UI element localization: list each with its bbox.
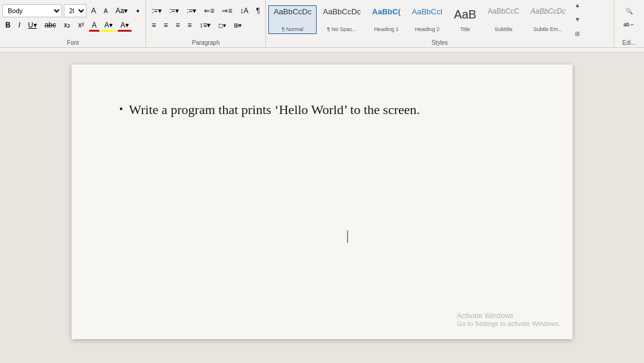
styles-scroll-arrows: ▲ ▼ ⊞	[572, 2, 582, 36]
document-page[interactable]: • Write a program that prints ‘Hello Wor…	[72, 64, 572, 339]
ribbon: Body Calibri Arial 20 12 14 16 18 24 A A…	[0, 0, 644, 53]
italic-button[interactable]: I	[16, 19, 23, 32]
style-heading1-label: Heading 1	[374, 26, 398, 32]
bullet-dot: •	[119, 101, 123, 118]
sort-button[interactable]: ↕A	[237, 4, 251, 17]
activate-windows-watermark: Activate Windows Go to Settings to activ…	[457, 312, 561, 327]
align-right-button[interactable]: ≡	[172, 19, 182, 32]
style-subtitle[interactable]: AaBbCcC Subtitle	[482, 5, 525, 34]
ribbon-sections: Body Calibri Arial 20 12 14 16 18 24 A A…	[0, 0, 644, 47]
style-no-spacing-label: ¶ No Spac...	[327, 26, 357, 32]
superscript-button[interactable]: x²	[75, 19, 87, 32]
font-row2: B I U▾ abc x₂ x² A A▾ A▾	[2, 17, 143, 32]
styles-list: AaBbCcDc ¶ Normal AaBbCcDc ¶ No Spac... …	[268, 2, 611, 36]
style-title[interactable]: AaB Title	[448, 5, 482, 34]
font-color-button[interactable]: A	[89, 19, 100, 32]
style-title-label: Title	[460, 26, 470, 32]
style-title-preview: AaB	[454, 7, 476, 21]
strikethrough-button[interactable]: abc	[42, 19, 59, 32]
font-row1: Body Calibri Arial 20 12 14 16 18 24 A A…	[2, 2, 143, 17]
grow-font-button[interactable]: A	[88, 4, 99, 17]
para-row1: :=▾ :=▾ :=▾ ⇐≡ ⇒≡ ↕A ¶	[148, 2, 263, 17]
shading-button[interactable]: ◻▾	[215, 19, 229, 32]
align-left-button[interactable]: ≡	[148, 19, 159, 32]
style-subtitle-label: Subtitle	[494, 26, 512, 32]
style-subtle-em-preview: AaBbCcDc	[531, 7, 566, 16]
numbering-button[interactable]: :=▾	[166, 4, 182, 17]
style-heading2-label: Heading 2	[415, 26, 439, 32]
ribbon-bottom-bar	[0, 47, 644, 52]
style-heading2-preview: AaBbCcI	[412, 7, 442, 17]
style-subtle-em-label: Subtle Em...	[534, 26, 563, 32]
para-row2: ≡ ≡ ≡ ≡ ↕≡▾ ◻▾ ⊞▾	[148, 17, 263, 32]
styles-more[interactable]: ⊞	[572, 27, 582, 37]
font-size-select[interactable]: 20 12 14 16 18 24	[64, 4, 86, 17]
document-area[interactable]: • Write a program that prints ‘Hello Wor…	[0, 53, 644, 363]
style-normal[interactable]: AaBbCcDc ¶ Normal	[268, 5, 317, 34]
bullet-text: Write a program that prints ‘Hello World…	[129, 100, 420, 119]
bullet-item: • Write a program that prints ‘Hello Wor…	[119, 100, 525, 119]
editing-group-label: Edi...	[623, 39, 636, 46]
increase-indent-button[interactable]: ⇒≡	[219, 4, 235, 17]
styles-group-label: Styles	[432, 39, 448, 46]
activate-windows-title: Activate Windows	[457, 312, 561, 320]
font-family-select[interactable]: Body Calibri Arial	[2, 4, 62, 17]
style-normal-preview: AaBbCcDc	[274, 7, 312, 17]
font-group: Body Calibri Arial 20 12 14 16 18 24 A A…	[0, 0, 146, 47]
line-spacing-button[interactable]: ↕≡▾	[196, 19, 213, 32]
show-paragraph-button[interactable]: ¶	[253, 4, 262, 17]
highlight-button[interactable]: A▾	[101, 19, 116, 32]
decrease-indent-button[interactable]: ⇐≡	[201, 4, 217, 17]
activate-windows-subtitle: Go to Settings to activate Windows.	[457, 320, 561, 327]
style-subtitle-preview: AaBbCcC	[488, 7, 519, 16]
style-heading1-preview: AaBbC(	[372, 7, 401, 17]
page-content: • Write a program that prints ‘Hello Wor…	[119, 100, 525, 119]
editing-group: 🔍 ab↔ Edi...	[614, 0, 644, 47]
bold-button[interactable]: B	[2, 19, 14, 32]
multilevel-list-button[interactable]: :=▾	[184, 4, 199, 17]
styles-scroll-up[interactable]: ▲	[572, 2, 582, 12]
style-heading1[interactable]: AaBbC( Heading 1	[367, 5, 406, 34]
styles-group: AaBbCcDc ¶ Normal AaBbCcDc ¶ No Spac... …	[266, 0, 614, 47]
align-center-button[interactable]: ≡	[160, 19, 171, 32]
underline-button[interactable]: U▾	[25, 19, 40, 32]
bullets-button[interactable]: :=▾	[148, 4, 164, 17]
clear-formatting-button[interactable]: ✦	[132, 4, 143, 17]
shrink-font-button[interactable]: A	[101, 4, 111, 17]
subscript-button[interactable]: x₂	[61, 19, 73, 32]
font-color-picker-button[interactable]: A▾	[117, 19, 132, 32]
style-no-spacing-preview: AaBbCcDc	[323, 7, 361, 17]
style-normal-label: ¶ Normal	[282, 26, 304, 32]
editing-row1: 🔍 ab↔	[617, 2, 642, 31]
change-case-button[interactable]: Aa▾	[113, 4, 131, 17]
text-cursor: |	[346, 228, 349, 244]
paragraph-group-label: Paragraph	[192, 39, 220, 46]
find-button[interactable]: 🔍	[623, 4, 636, 17]
paragraph-group: :=▾ :=▾ :=▾ ⇐≡ ⇒≡ ↕A ¶ ≡ ≡ ≡ ≡ ↕≡▾ ◻▾ ⊞▾…	[146, 0, 266, 47]
styles-scroll-down[interactable]: ▼	[572, 13, 582, 26]
style-heading2[interactable]: AaBbCcI Heading 2	[407, 5, 448, 34]
style-subtle-em[interactable]: AaBbCcDc Subtle Em...	[525, 5, 571, 34]
replace-button[interactable]: ab↔	[620, 18, 637, 31]
borders-button[interactable]: ⊞▾	[231, 19, 244, 32]
justify-button[interactable]: ≡	[184, 19, 194, 32]
style-no-spacing[interactable]: AaBbCcDc ¶ No Spac...	[317, 5, 366, 34]
font-group-label: Font	[67, 39, 79, 46]
